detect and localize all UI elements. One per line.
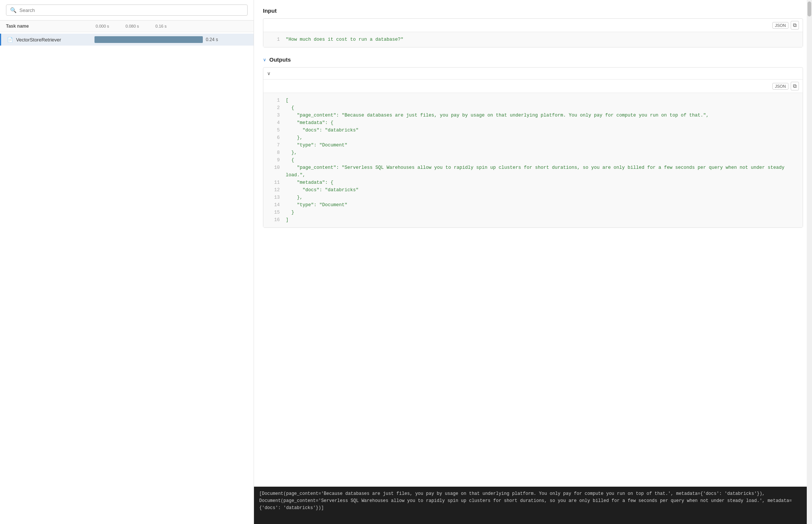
line-code: "docs": "databricks" <box>286 127 359 134</box>
list-item: 6 }, <box>269 134 797 142</box>
line-code: "metadata": { <box>286 119 334 127</box>
bottom-bar: [Document(page_content='Because database… <box>254 487 812 524</box>
document-icon: 📄 <box>7 37 13 43</box>
list-item: 12 "docs": "databricks" <box>269 186 797 194</box>
line-code: }, <box>286 194 303 201</box>
line-code: }, <box>286 149 297 156</box>
timeline-label-1: 0.080 s <box>125 24 155 28</box>
line-code: }, <box>286 134 303 142</box>
outputs-collapse-icon[interactable]: ∨ <box>263 57 266 62</box>
line-code: "metadata": { <box>286 179 334 186</box>
line-number: 14 <box>269 201 280 209</box>
list-item: 4 "metadata": { <box>269 119 797 127</box>
search-input-wrapper[interactable]: 🔍 <box>6 4 248 16</box>
right-panel-outer: Input JSON ⧉ 1 "How much does it cost to… <box>254 0 812 524</box>
timeline-label-0: 0.000 s <box>96 24 125 28</box>
input-section: Input JSON ⧉ 1 "How much does it cost to… <box>263 7 803 53</box>
input-code-block: JSON ⧉ 1 "How much does it cost to run a… <box>263 18 803 47</box>
line-code: "type": "Document" <box>286 142 347 149</box>
outputs-section: ∨ Outputs ∨ JSON ⧉ 1[2 {3 "page_content"… <box>263 56 803 234</box>
line-number: 8 <box>269 149 280 156</box>
list-item: 3 "page_content": "Because databases are… <box>269 112 797 119</box>
outputs-code-content: 1[2 {3 "page_content": "Because database… <box>263 93 803 227</box>
input-title: Input <box>263 7 803 14</box>
outputs-inner-arrow[interactable]: ∨ <box>267 71 271 76</box>
line-code: "docs": "databricks" <box>286 186 359 194</box>
task-bar-container: 0.24 s <box>91 36 248 43</box>
input-json-badge[interactable]: JSON <box>772 22 788 29</box>
task-name: VectorStoreRetriever <box>16 37 91 43</box>
list-item: 14 "type": "Document" <box>269 201 797 209</box>
list-item: 10 "page_content": "Serverless SQL Wareh… <box>269 164 797 179</box>
line-number: 3 <box>269 112 280 119</box>
task-duration: 0.24 s <box>206 37 218 42</box>
list-item: 7 "type": "Document" <box>269 142 797 149</box>
timeline-label-2: 0.16 s <box>155 24 185 28</box>
list-item: 1[ <box>269 97 797 104</box>
outputs-toolbar: JSON ⧉ <box>263 80 803 93</box>
list-item: 8 }, <box>269 149 797 156</box>
line-number: 11 <box>269 179 280 186</box>
line-number: 12 <box>269 186 280 194</box>
list-item: 15 } <box>269 209 797 216</box>
main-container: 🔍 Task name 0.000 s 0.080 s 0.16 s 📄 Vec… <box>0 0 812 524</box>
table-row[interactable]: 📄 VectorStoreRetriever 0.24 s <box>0 34 254 46</box>
search-icon: 🔍 <box>10 7 16 13</box>
line-number: 16 <box>269 216 280 224</box>
line-number: 1 <box>269 97 280 104</box>
line-number: 13 <box>269 194 280 201</box>
line-code: "page_content": "Serverless SQL Warehous… <box>286 164 797 179</box>
input-code-content: 1 "How much does it cost to run a databa… <box>263 32 803 47</box>
right-panel: Input JSON ⧉ 1 "How much does it cost to… <box>254 0 812 524</box>
line-code: ] <box>286 216 289 224</box>
line-number: 4 <box>269 119 280 127</box>
line-code: { <box>286 104 294 112</box>
outputs-inner-collapse: ∨ <box>263 68 803 80</box>
input-toolbar: JSON ⧉ <box>263 19 803 32</box>
list-item: 16] <box>269 216 797 224</box>
line-code: } <box>286 209 294 216</box>
line-number: 15 <box>269 209 280 216</box>
line-code: [ <box>286 97 289 104</box>
list-item: 13 }, <box>269 194 797 201</box>
left-panel: 🔍 Task name 0.000 s 0.080 s 0.16 s 📄 Vec… <box>0 0 254 524</box>
line-number: 9 <box>269 156 280 164</box>
outputs-copy-button[interactable]: ⧉ <box>791 82 799 90</box>
line-number: 10 <box>269 164 280 179</box>
outputs-title: Outputs <box>269 56 291 63</box>
list-item: Document(page_content='Serverless SQL Wa… <box>259 497 807 512</box>
timeline-labels: 0.000 s 0.080 s 0.16 s <box>96 24 248 28</box>
task-name-column-header: Task name <box>6 24 96 29</box>
scrollbar[interactable] <box>807 0 812 524</box>
line-number: 5 <box>269 127 280 134</box>
list-item: [Document(page_content='Because database… <box>259 490 807 497</box>
line-number: 7 <box>269 142 280 149</box>
line-code: "page_content": "Because databases are j… <box>286 112 709 119</box>
outputs-json-badge[interactable]: JSON <box>772 83 788 90</box>
line-number: 1 <box>269 36 280 43</box>
list-item: 2 { <box>269 104 797 112</box>
line-code: "How much does it cost to run a database… <box>286 36 403 43</box>
search-input[interactable] <box>19 7 244 13</box>
input-copy-button[interactable]: ⧉ <box>791 21 799 30</box>
list-item: 9 { <box>269 156 797 164</box>
task-bar <box>94 36 203 43</box>
outputs-header: ∨ Outputs <box>263 56 803 63</box>
line-number: 2 <box>269 104 280 112</box>
line-number: 6 <box>269 134 280 142</box>
outputs-code-block: ∨ JSON ⧉ 1[2 {3 "page_content": "Because… <box>263 67 803 228</box>
list-item: 11 "metadata": { <box>269 179 797 186</box>
line-code: { <box>286 156 294 164</box>
scrollbar-thumb[interactable] <box>808 1 811 16</box>
line-code: "type": "Document" <box>286 201 347 209</box>
search-bar: 🔍 <box>0 0 254 21</box>
input-line-1: 1 "How much does it cost to run a databa… <box>269 36 797 43</box>
task-header: Task name 0.000 s 0.080 s 0.16 s <box>0 21 254 32</box>
list-item: 5 "docs": "databricks" <box>269 127 797 134</box>
